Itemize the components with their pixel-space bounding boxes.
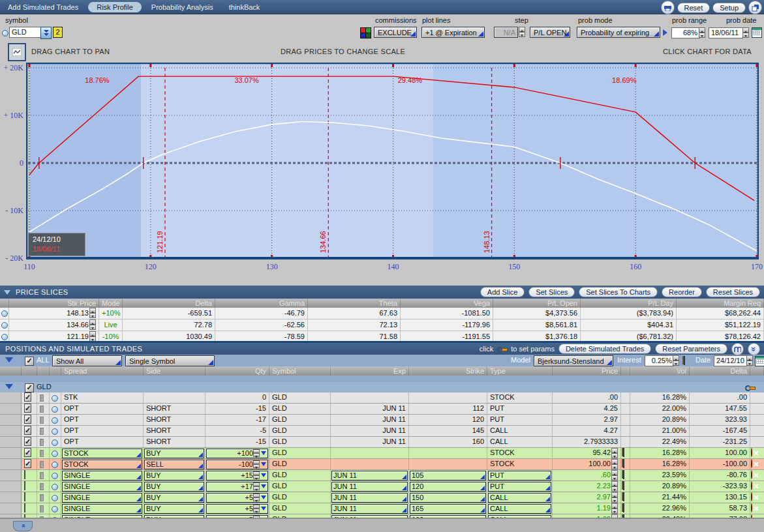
date-spin-buttons[interactable] [746,355,753,366]
qty-spin-buttons[interactable] [253,449,260,457]
qty-dropdown-arrow-icon[interactable] [261,462,266,469]
spread-dropdown[interactable]: STOCK [62,460,142,469]
qty-spin-buttons[interactable] [253,494,260,501]
risk-profile-plot[interactable]: 121.19134.66148.1318.76%33.07%29.48%18.6… [26,63,759,259]
calendar-icon[interactable] [752,27,762,38]
qty-spin-buttons[interactable] [253,482,260,490]
set-params-icon[interactable]: ≈ [40,505,44,512]
strike-dropdown[interactable]: 165 [410,504,486,514]
strike-dropdown[interactable]: 105 [410,471,486,480]
side-dropdown[interactable]: SELL [144,460,204,469]
analyze-button[interactable] [731,343,744,355]
spread-dropdown[interactable]: STOCK [62,449,142,458]
plot-lines-dropdown[interactable]: +1 @ Expiration [421,27,485,38]
pl-mode-dropdown[interactable]: P/L OPEN [530,27,570,38]
strike-dropdown[interactable]: 120 [410,482,486,492]
type-dropdown[interactable]: CALL [488,493,551,503]
exp-dropdown[interactable]: JUN 11 [331,493,408,503]
collapse-group-icon[interactable] [5,384,13,389]
exp-dropdown[interactable]: JUN 11 [331,504,408,514]
exp-dropdown[interactable]: JUN 11 [331,482,408,492]
row-checkbox[interactable] [24,503,25,512]
row-checkbox[interactable] [24,470,25,479]
price-lock-icon[interactable] [622,449,624,456]
row-checkbox[interactable] [24,481,25,490]
side-dropdown[interactable]: BUY [144,471,204,480]
qty-dropdown-arrow-icon[interactable] [261,484,266,491]
delete-simulated-trades-button[interactable]: Delete Simulated Trades [558,344,651,354]
positions-calendar-icon[interactable] [755,356,764,366]
row-checkbox[interactable]: ✓ [24,404,31,413]
qty-spin-buttons[interactable] [253,505,260,512]
row-checkbox[interactable]: ✓ [24,426,31,435]
delete-trade-icon[interactable] [751,503,752,512]
slice-stk-price-cell[interactable]: 148.13 [9,308,99,319]
add-slice-button[interactable]: Add Slice [480,287,525,297]
spread-dropdown[interactable]: SINGLE [62,471,142,480]
row-link-circle[interactable] [52,451,58,457]
all-checkbox[interactable]: ✓ [25,357,34,366]
row-link-circle[interactable] [52,406,58,413]
slice-price-spin-buttons[interactable] [89,331,96,342]
row-checkbox[interactable]: ✓ [24,448,31,457]
set-params-icon[interactable]: ≈ [40,461,44,468]
slice-link-circle[interactable] [1,310,8,317]
reset-button[interactable]: Reset [677,3,711,13]
slice-price-spin-buttons[interactable] [89,308,96,318]
expand-panel-handle[interactable]: » [13,521,33,531]
symbol-link-circle[interactable] [2,30,8,37]
reset-slices-button[interactable]: Reset Slices [706,287,760,297]
slice-mode-cell[interactable]: +10% [99,308,123,319]
price-spin-buttons[interactable] [611,492,618,503]
exp-dropdown[interactable]: JUN 11 [331,471,408,480]
set-params-icon[interactable]: ≈ [40,472,44,479]
commissions-dropdown[interactable]: EXCLUDE [374,27,417,38]
qty-spinner[interactable]: +100 [206,449,268,458]
color-grid-icon[interactable] [360,27,371,38]
set-params-icon[interactable]: ≈ [40,428,44,435]
price-spin-buttons[interactable] [611,459,618,469]
set-params-icon[interactable]: ≈ [40,450,44,457]
price-spin-buttons[interactable] [611,448,618,458]
set-params-icon[interactable]: ≈ [40,406,44,413]
side-dropdown[interactable]: BUY [144,504,204,514]
group-wrench-icon[interactable] [745,385,755,391]
prob-range-spin-buttons[interactable] [699,27,705,38]
row-link-circle[interactable] [52,462,58,468]
row-link-circle[interactable] [52,395,58,402]
row-checkbox[interactable]: ✓ [24,415,31,424]
row-checkbox[interactable]: ✓ [24,459,31,468]
tab-thinkback[interactable]: thinkBack [221,2,268,12]
set-params-icon[interactable]: ≈ [40,494,44,501]
show-all-dropdown[interactable]: Show All [52,355,122,366]
symbol-input[interactable]: GLD [9,27,43,38]
model-dropdown[interactable]: Bjerksund-Stensland [534,355,613,366]
detach-window-button[interactable] [748,1,762,14]
interest-input[interactable]: 0.25% [645,355,674,366]
collapse-price-slices-icon[interactable] [4,290,10,295]
reorder-button[interactable]: Reorder [662,287,702,297]
row-link-circle[interactable] [52,417,58,424]
collapse-panel-button[interactable]: » [748,343,760,355]
qty-dropdown-arrow-icon[interactable] [261,451,266,458]
spread-dropdown[interactable]: SINGLE [62,482,142,492]
print-button[interactable] [661,1,675,14]
slice-link-circle[interactable] [1,322,8,329]
spread-dropdown[interactable]: SINGLE [62,504,142,514]
qty-spinner[interactable]: -100 [206,460,268,469]
delete-trade-icon[interactable] [751,481,752,490]
type-dropdown[interactable]: PUT [488,482,551,492]
price-lock-icon[interactable] [622,504,624,512]
row-checkbox[interactable]: ✓ [24,437,31,446]
delete-trade-icon[interactable] [751,492,752,501]
row-link-circle[interactable] [52,428,58,435]
tab-add-simulated-trades[interactable]: Add Simulated Trades [0,2,86,12]
prob-date-input[interactable]: 18/06/11 [709,27,743,38]
date-input[interactable]: 24/12/10 [714,355,747,366]
set-slices-to-charts-button[interactable]: Set Slices To Charts [579,287,658,297]
prob-range-input[interactable]: 68% [671,27,700,38]
row-checkbox[interactable]: ✓ [24,392,31,402]
row-link-circle[interactable] [52,439,58,446]
slice-mode-cell[interactable]: Live [99,319,123,331]
price-spin-buttons[interactable] [611,481,618,492]
